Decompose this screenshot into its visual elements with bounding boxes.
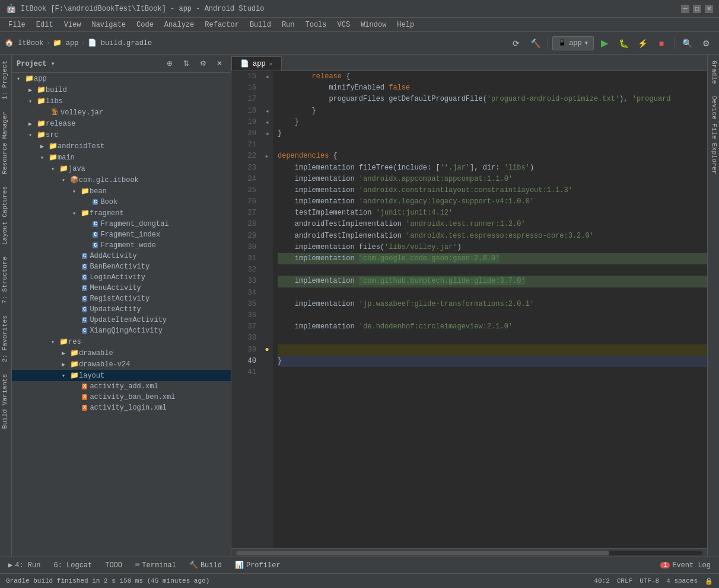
code-line-33: implementation 'com.github.bumptech.glid… — [278, 276, 707, 287]
bottom-tab-run[interactable]: ▶ 4: Run — [2, 559, 46, 572]
search-button[interactable]: 🔍 — [679, 35, 695, 52]
menu-refactor[interactable]: Refactor — [200, 20, 244, 30]
maximize-button[interactable]: □ — [693, 5, 701, 13]
menu-help[interactable]: Help — [392, 20, 419, 30]
project-locate-button[interactable]: ⊕ — [163, 57, 176, 70]
tree-item-activity-ban-ben[interactable]: X activity_ban_ben.xml — [12, 392, 231, 402]
tree-label: bean — [90, 187, 107, 196]
tree-item-src[interactable]: ▾ 📁 src — [12, 129, 231, 140]
tree-item-fragment-index[interactable]: C Fragment_index — [12, 229, 231, 240]
encoding[interactable]: UTF-8 — [640, 577, 659, 584]
sync-button[interactable]: ⟳ — [508, 35, 524, 52]
bottom-tab-logcat[interactable]: 6: Logcat — [47, 559, 98, 572]
code-editor[interactable]: 15 16 17 18 19 20 21 22 23 24 25 26 27 2… — [231, 71, 707, 548]
project-close-button[interactable]: ✕ — [213, 57, 226, 70]
side-tab-project[interactable]: 1: Project — [0, 55, 11, 106]
bottom-tab-terminal[interactable]: ⌨ Terminal — [129, 559, 182, 572]
menu-navigate[interactable]: Navigate — [87, 20, 131, 30]
line-ending[interactable]: CRLF — [617, 577, 632, 584]
tree-item-registactivity[interactable]: C RegistActivity — [12, 293, 231, 304]
window-controls[interactable]: ─ □ ✕ — [681, 5, 713, 13]
tree-item-book[interactable]: C Book — [12, 197, 231, 207]
menu-view[interactable]: View — [59, 20, 86, 30]
tree-item-addactivity[interactable]: C AddActivity — [12, 251, 231, 261]
bottom-tab-todo[interactable]: TODO — [99, 559, 128, 572]
debug-button[interactable]: 🐛 — [615, 35, 632, 52]
cursor-position[interactable]: 40:2 — [594, 577, 609, 584]
tree-item-menuactivity[interactable]: C MenuActivity — [12, 283, 231, 293]
bottom-tab-build[interactable]: 🔨 Build — [183, 559, 228, 572]
tree-item-fragment-dongtai[interactable]: C Fragment_dongtai — [12, 219, 231, 229]
side-tab-gradle[interactable]: Gradle — [708, 55, 719, 90]
horizontal-scrollbar[interactable] — [231, 548, 707, 557]
side-tab-resource-manager[interactable]: Resource Manager — [0, 106, 11, 180]
tree-item-release[interactable]: ▶ 📁 release — [12, 118, 231, 129]
tree-item-drawable[interactable]: ▶ 📁 drawable — [12, 347, 231, 359]
run-icon: ▶ — [8, 561, 12, 570]
run-config-selector[interactable]: 📱 app ▾ — [552, 36, 594, 50]
tree-item-bean[interactable]: ▾ 📁 bean — [12, 186, 231, 197]
menu-window[interactable]: Window — [356, 20, 391, 30]
run-button[interactable]: ▶ — [596, 35, 613, 52]
tree-item-loginactivity[interactable]: C LoginActivity — [12, 272, 231, 283]
tree-label: MenuActivity — [90, 284, 141, 292]
menu-tools[interactable]: Tools — [301, 20, 332, 30]
tree-item-res[interactable]: ▾ 📁 res — [12, 336, 231, 347]
side-tab-device-file-explorer[interactable]: Device File Explorer — [708, 90, 719, 180]
settings-button[interactable]: ⚙ — [698, 35, 714, 52]
tree-item-drawable-v24[interactable]: ▶ 📁 drawable-v24 — [12, 359, 231, 370]
java-class-icon: C — [93, 232, 98, 238]
tree-item-activity-login[interactable]: X activity_login.xml — [12, 402, 231, 413]
side-tab-structure[interactable]: 7: Structure — [0, 251, 11, 309]
tree-item-banbenactivity[interactable]: C BanBenActivity — [12, 261, 231, 272]
xml-icon: X — [82, 405, 87, 411]
tree-item-volley-jar[interactable]: 🗜 volley.jar — [12, 107, 231, 118]
menu-code[interactable]: Code — [132, 20, 158, 30]
make-button[interactable]: 🔨 — [527, 35, 543, 52]
tree-item-build[interactable]: ▶ 📁 build — [12, 84, 231, 95]
bottom-tab-event-log[interactable]: 1 Event Log — [654, 559, 717, 572]
minimize-button[interactable]: ─ — [681, 5, 689, 13]
tree-item-activity-add[interactable]: X activity_add.xml — [12, 381, 231, 392]
tree-item-updateactity[interactable]: C UpdateActity — [12, 304, 231, 315]
tree-item-libs[interactable]: ▾ 📁 libs — [12, 95, 231, 107]
profile-button[interactable]: ⚡ — [634, 35, 651, 52]
menu-analyze[interactable]: Analyze — [160, 20, 199, 30]
tree-item-xiangqingactivity[interactable]: C XiangQingActivity — [12, 325, 231, 336]
side-tab-layout-captures[interactable]: Layout Captures — [0, 180, 11, 251]
tree-label: app — [34, 75, 47, 83]
tree-label: androidTest — [58, 142, 104, 151]
tab-close-icon[interactable]: ✕ — [269, 60, 273, 68]
tree-item-com-glc-itbook[interactable]: ▾ 📦 com.glc.itbook — [12, 174, 231, 186]
menu-run[interactable]: Run — [277, 20, 300, 30]
stop-button[interactable]: ■ — [653, 35, 670, 52]
breadcrumb-file[interactable]: 📄 build.gradle — [88, 39, 152, 47]
menu-file[interactable]: File — [4, 20, 30, 30]
menu-edit[interactable]: Edit — [31, 20, 58, 30]
java-class-icon: C — [82, 296, 87, 302]
close-button[interactable]: ✕ — [705, 5, 713, 13]
scrollbar-thumb[interactable] — [236, 551, 609, 555]
code-content[interactable]: release { minifyEnabled false proguardFi… — [273, 71, 707, 548]
tree-item-layout[interactable]: ▾ 📁 layout — [12, 370, 231, 381]
project-expand-button[interactable]: ⇅ — [180, 57, 193, 70]
bottom-tab-profiler[interactable]: 📊 Profiler — [229, 559, 287, 572]
tree-item-app[interactable]: ▾ 📁 app — [12, 73, 231, 84]
side-tab-build-variants[interactable]: Build Variants — [0, 368, 11, 434]
menu-build[interactable]: Build — [245, 20, 276, 30]
tree-item-main[interactable]: ▾ 📁 main — [12, 152, 231, 163]
breadcrumb-project[interactable]: 🏠 ItBook — [5, 39, 43, 47]
tree-item-fragment-wode[interactable]: C Fragment_wode — [12, 240, 231, 251]
menu-vcs[interactable]: VCS — [333, 20, 355, 30]
indent[interactable]: 4 spaces — [666, 577, 698, 584]
project-settings-button[interactable]: ⚙ — [196, 57, 209, 70]
tree-arrow — [74, 317, 82, 324]
editor-tab-app[interactable]: 📄 app ✕ — [231, 56, 282, 71]
side-tab-favorites[interactable]: 2: Favorites — [0, 309, 11, 368]
breadcrumb-module[interactable]: 📁 app — [53, 39, 79, 47]
tree-item-androidtest[interactable]: ▶ 📁 androidTest — [12, 140, 231, 152]
tree-item-java[interactable]: ▾ 📁 java — [12, 163, 231, 174]
tree-item-fragment[interactable]: ▾ 📁 fragment — [12, 207, 231, 219]
tree-item-updateitemactivity[interactable]: C UpdateItemActivity — [12, 315, 231, 325]
status-bar: Gradle build finished in 2 s 150 ms (45 … — [0, 573, 719, 588]
